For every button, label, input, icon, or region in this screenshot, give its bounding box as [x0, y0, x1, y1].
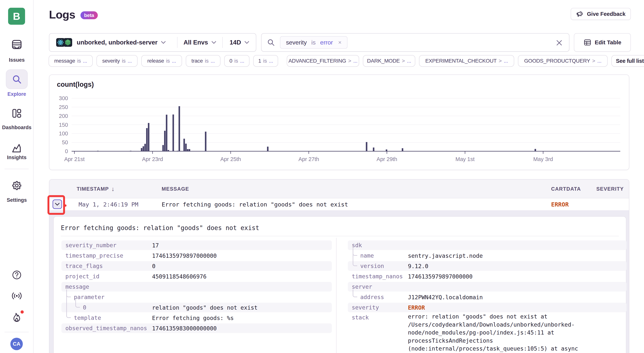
- svg-text:300: 300: [59, 95, 68, 101]
- svg-text:150: 150: [59, 122, 68, 128]
- notification-dot: [20, 310, 24, 313]
- detail-row-project_id[interactable]: project_id4509118548606976: [62, 271, 332, 281]
- detail-key: sdk: [352, 242, 362, 248]
- detail-row-timestamp_nanos[interactable]: timestamp_nanos1746135979897000000: [348, 271, 626, 281]
- user-avatar[interactable]: CA: [10, 338, 23, 350]
- filter-chip-1[interactable]: 1 is ...: [253, 55, 278, 67]
- detail-row-timestamp_precise[interactable]: timestamp_precise1746135979897000000: [62, 250, 332, 261]
- detail-row-stack[interactable]: stackerror: relation "goods" does not ex…: [348, 313, 626, 321]
- filter-chip-0[interactable]: 0 is ...: [224, 55, 250, 67]
- sidebar-divider: [4, 169, 29, 169]
- help-button[interactable]: [0, 270, 34, 280]
- log-message: Error fetching goods: relation "goods" d…: [162, 198, 348, 210]
- search-input[interactable]: severity is error ×: [261, 33, 570, 52]
- detail-row-address[interactable]: addressJ12PWN42YQ.localdomain: [348, 292, 626, 302]
- filter-chip-experimental_checkout[interactable]: EXPERIMENTAL_CHECKOUT > ...: [419, 55, 514, 67]
- chip-operator: >: [348, 58, 351, 64]
- detail-key: server: [352, 283, 372, 290]
- filter-chips-row: message is ...severity is ...release is …: [48, 55, 644, 67]
- date-range-selector[interactable]: 14D: [223, 39, 256, 46]
- megaphone-icon: [576, 10, 584, 18]
- column-header-timestamp[interactable]: TIMESTAMP ↓: [77, 180, 114, 198]
- filter-chip-dark_mode[interactable]: DARK_MODE > ...: [363, 55, 415, 67]
- project-selector[interactable]: unborked, unborked-server: [49, 38, 177, 47]
- table-icon: [583, 38, 592, 47]
- sidebar-item-settings[interactable]: Settings: [0, 180, 34, 191]
- search-icon: [266, 38, 276, 47]
- svg-text:250: 250: [59, 104, 68, 110]
- detail-row-trace_flags[interactable]: trace_flags0: [62, 261, 332, 271]
- filter-chip-message[interactable]: message is ...: [48, 55, 93, 67]
- detail-row-sdk[interactable]: sdk: [348, 240, 626, 250]
- detail-row-0[interactable]: 0relation "goods" does not exist: [62, 302, 332, 313]
- detail-row-severity[interactable]: severityERROR: [348, 302, 626, 313]
- detail-value: 17: [152, 242, 159, 248]
- filter-chip-release[interactable]: release is ...: [141, 55, 182, 67]
- insights-icon: [12, 143, 22, 154]
- detail-key: version: [360, 263, 384, 269]
- token-value: error: [320, 39, 333, 46]
- search-icon: [12, 74, 22, 85]
- chip-name: DARK_MODE: [367, 58, 400, 64]
- edit-table-button[interactable]: Edit Table: [574, 33, 631, 52]
- logs-table-panel: TIMESTAMP ↓ MESSAGE CARTDATA SEVERITY Ma…: [49, 179, 629, 353]
- filter-chip-advanced_filtering[interactable]: ADVANCED_FILTERING > ...: [287, 55, 359, 67]
- give-feedback-button[interactable]: Give Feedback: [571, 8, 631, 20]
- detail-row-message[interactable]: message: [62, 281, 332, 292]
- sidebar-item-explore[interactable]: Explore: [0, 69, 34, 89]
- detail-value: 1746135983000000000: [152, 325, 217, 331]
- sidebar-item-insights[interactable]: Insights: [0, 143, 34, 154]
- sidebar-item-label: Explore: [0, 91, 34, 97]
- search-filter-token[interactable]: severity is error ×: [280, 36, 348, 49]
- column-header-message[interactable]: MESSAGE: [162, 180, 189, 198]
- detail-row-template[interactable]: templateError fetching goods: %s: [62, 313, 332, 323]
- detail-key: trace_flags: [66, 263, 103, 269]
- filter-chip-trace[interactable]: trace is ...: [186, 55, 220, 67]
- search-clear-icon[interactable]: [555, 39, 563, 47]
- whats-new-button[interactable]: [0, 291, 34, 301]
- detail-row-severity_number[interactable]: severity_number17: [62, 240, 332, 250]
- detail-value: relation "goods" does not exist: [152, 304, 258, 311]
- detail-key: parameter: [74, 294, 104, 300]
- svg-text:0: 0: [65, 148, 68, 154]
- detail-key: 0: [83, 304, 86, 311]
- log-row[interactable]: May 1, 2:46:19 PM Error fetching goods: …: [49, 198, 629, 210]
- column-header-severity[interactable]: SEVERITY: [596, 180, 624, 198]
- column-header-cartdata[interactable]: CARTDATA: [551, 180, 581, 198]
- detail-column-divider: [336, 238, 336, 353]
- detail-row-version[interactable]: version9.12.0: [348, 261, 626, 271]
- page-header: Logs beta Give Feedback: [49, 8, 631, 23]
- detail-row-observed_timestamp_nanos[interactable]: observed_timestamp_nanos1746135983000000…: [62, 323, 332, 333]
- filter-chip-severity[interactable]: severity is ...: [96, 55, 138, 67]
- detail-row-server[interactable]: server: [348, 281, 626, 292]
- org-logo[interactable]: B: [8, 8, 25, 25]
- environment-selector[interactable]: All Envs: [178, 39, 222, 46]
- chip-ellipsis: ...: [353, 58, 358, 64]
- token-operator: is: [311, 39, 316, 46]
- sidebar: B Issues Explore Dashboards Insights: [0, 0, 34, 353]
- svg-text:50: 50: [62, 139, 68, 145]
- svg-text:100: 100: [59, 131, 68, 137]
- sidebar-item-label: Issues: [0, 57, 34, 63]
- chip-ellipsis: ...: [211, 58, 215, 64]
- detail-row-parameter[interactable]: parameter: [62, 292, 332, 302]
- detail-row-name[interactable]: namesentry.javascript.node: [348, 250, 626, 261]
- token-remove-icon[interactable]: ×: [338, 39, 342, 46]
- sidebar-item-label: Settings: [0, 197, 34, 203]
- logs-table-header: TIMESTAMP ↓ MESSAGE CARTDATA SEVERITY: [49, 180, 629, 198]
- svg-text:Apr 23rd: Apr 23rd: [142, 156, 163, 162]
- detail-key: severity: [352, 304, 379, 311]
- sidebar-item-dashboards[interactable]: Dashboards: [0, 108, 34, 119]
- logs-count-chart[interactable]: 050100150200250300Apr 21stApr 23rdApr 25…: [49, 75, 629, 170]
- see-full-list-button[interactable]: See full list: [612, 55, 644, 67]
- log-severity: ERROR: [551, 198, 569, 210]
- onboarding-button[interactable]: [0, 312, 34, 323]
- detail-key: name: [360, 252, 374, 259]
- filter-chip-goods_productquery[interactable]: GOODS_PRODUCTQUERY > ...: [518, 55, 608, 67]
- sidebar-item-issues[interactable]: Issues: [0, 39, 34, 50]
- chip-operator: >: [592, 58, 595, 64]
- detail-value: sentry.javascript.node: [408, 252, 483, 259]
- sidebar-item-label: Dashboards: [0, 125, 34, 131]
- detail-key: project_id: [66, 273, 100, 280]
- detail-value: 1746135979897000000: [408, 273, 472, 280]
